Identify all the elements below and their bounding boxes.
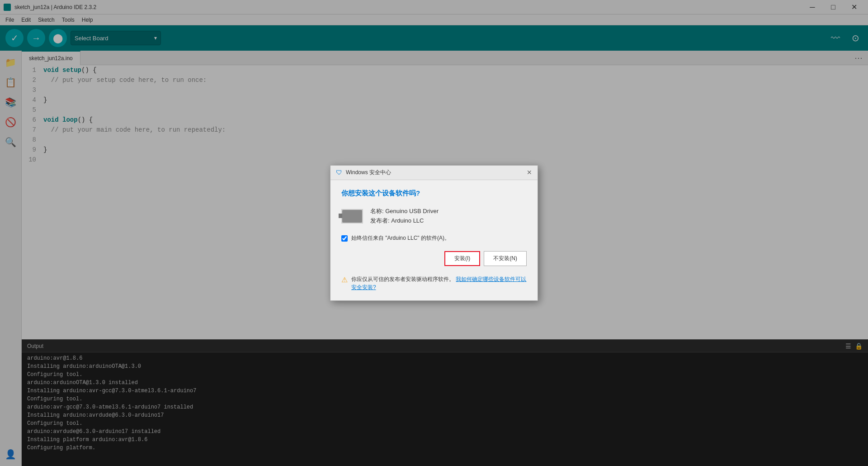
install-button[interactable]: 安装(I) [444, 251, 480, 266]
security-dialog: 🛡 Windows 安全中心 ✕ 你想安装这个设备软件吗? 名称: Genuin… [330, 165, 538, 301]
dialog-device-info: 名称: Genuino USB Driver 发布者: Arduino LLC [341, 207, 527, 226]
warning-icon: ⚠ [341, 276, 348, 284]
checkbox-label: 始终信任来自 "Arduino LLC" 的软件(A)。 [351, 234, 450, 242]
device-icon [341, 209, 363, 223]
dialog-close-button[interactable]: ✕ [525, 168, 534, 177]
dialog-buttons: 安装(I) 不安装(N) [341, 251, 527, 266]
dialog-question: 你想安装这个设备软件吗? [341, 189, 527, 198]
dialog-device-text: 名称: Genuino USB Driver 发布者: Arduino LLC [370, 207, 439, 226]
dialog-checkbox-row: 始终信任来自 "Arduino LLC" 的软件(A)。 [341, 234, 527, 242]
dialog-title-text: Windows 安全中心 [346, 169, 391, 176]
device-name: 名称: Genuino USB Driver [370, 207, 439, 216]
always-trust-checkbox[interactable] [341, 235, 348, 242]
dialog-titlebar: 🛡 Windows 安全中心 ✕ [330, 166, 538, 180]
usb-device-shape [342, 210, 362, 223]
dialog-overlay: 🛡 Windows 安全中心 ✕ 你想安装这个设备软件吗? 名称: Genuin… [0, 0, 868, 466]
dialog-title-left: 🛡 Windows 安全中心 [336, 169, 391, 176]
warning-text: 你应仅从可信的发布者安装驱动程序软件。 我如何确定哪些设备软件可以安全安装? [351, 275, 527, 291]
dialog-body: 你想安装这个设备软件吗? 名称: Genuino USB Driver 发布者:… [330, 180, 538, 301]
shield-icon: 🛡 [336, 169, 342, 176]
device-publisher: 发布者: Arduino LLC [370, 216, 439, 226]
dialog-warning: ⚠ 你应仅从可信的发布者安装驱动程序软件。 我如何确定哪些设备软件可以安全安装? [341, 275, 527, 291]
no-install-button[interactable]: 不安装(N) [484, 251, 527, 266]
